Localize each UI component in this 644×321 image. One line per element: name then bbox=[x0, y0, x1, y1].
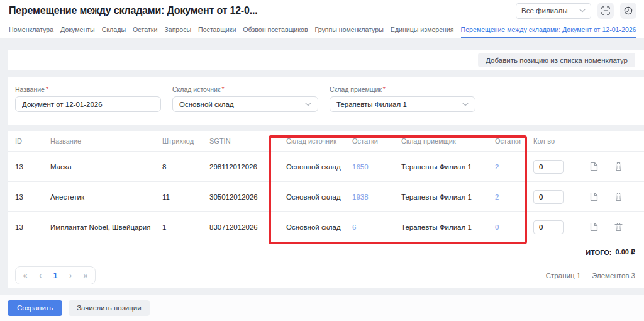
source-stock-link[interactable]: 6 bbox=[352, 223, 356, 231]
cell-target: Терапевты Филиал 1 bbox=[401, 223, 495, 231]
source-stock-link[interactable]: 1650 bbox=[352, 163, 369, 171]
required-mark: * bbox=[221, 86, 224, 93]
toolbar: Добавить позицию из списка номенклатур bbox=[8, 50, 644, 70]
tab-nomenclature[interactable]: Номенклатура bbox=[9, 21, 53, 38]
branch-filter-value: Все филиалы bbox=[521, 7, 567, 14]
page-number-button[interactable]: 1 bbox=[48, 267, 63, 284]
first-page-button[interactable]: « bbox=[18, 267, 33, 284]
header-controls: Все филиалы bbox=[516, 3, 636, 19]
pagination: « ‹ 1 › » Страниц 1 Элементов 3 bbox=[8, 262, 644, 288]
cell-name: Маска bbox=[50, 163, 162, 171]
tab-suppliers[interactable]: Поставщики bbox=[198, 21, 236, 38]
col-source: Склад источник bbox=[286, 137, 352, 145]
field-source-warehouse: Склад источник* Основной склад bbox=[172, 86, 318, 125]
app-header: Перемещение между складами: Документ от … bbox=[0, 0, 644, 21]
copy-row-button[interactable] bbox=[590, 222, 598, 232]
footer-actions: Сохранить Зачислить позиции bbox=[0, 295, 644, 321]
col-sgtin: SGTIN bbox=[209, 137, 286, 145]
qty-input[interactable] bbox=[533, 220, 564, 234]
document-name-input[interactable] bbox=[15, 96, 161, 112]
delete-row-button[interactable] bbox=[614, 222, 623, 232]
col-name: Название bbox=[50, 137, 162, 145]
copy-row-button[interactable] bbox=[590, 192, 598, 201]
document-form: Название* Склад источник* Основной склад… bbox=[8, 77, 644, 125]
col-target: Склад приемщик bbox=[401, 137, 495, 145]
target-warehouse-value: Терапевты Филиал 1 bbox=[336, 101, 407, 108]
cell-source: Основной склад bbox=[286, 163, 352, 171]
col-source-stock: Остатки bbox=[352, 137, 401, 145]
items-summary: Элементов 3 bbox=[592, 272, 635, 279]
cell-source: Основной склад bbox=[286, 193, 352, 201]
source-warehouse-value: Основной склад bbox=[179, 101, 234, 108]
page-info: Страниц 1 Элементов 3 bbox=[546, 272, 635, 279]
table-row: 13 Имплантат Nobel, Швейцария 1 83071201… bbox=[8, 212, 644, 242]
col-target-stock: Остатки bbox=[495, 137, 533, 145]
col-qty: Кол-во bbox=[533, 137, 585, 145]
next-page-button[interactable]: › bbox=[63, 267, 78, 284]
document-icon bbox=[590, 162, 598, 171]
prev-page-button[interactable]: ‹ bbox=[33, 267, 48, 284]
total-value: 0.00 ₽ bbox=[616, 248, 635, 256]
tab-bar: Номенклатура Документы Склады Остатки За… bbox=[0, 21, 644, 38]
chevron-down-icon bbox=[305, 103, 311, 106]
qty-input[interactable] bbox=[533, 190, 564, 204]
tab-stock[interactable]: Остатки bbox=[133, 21, 157, 38]
col-barcode: Штрихкод bbox=[162, 137, 209, 145]
cell-target: Терапевты Филиал 1 bbox=[401, 163, 495, 171]
source-stock-link[interactable]: 1938 bbox=[352, 193, 369, 201]
cell-barcode: 11 bbox=[162, 193, 209, 201]
cell-barcode: 8 bbox=[162, 163, 209, 171]
cell-barcode: 1 bbox=[162, 223, 209, 231]
field-target-warehouse: Склад приемщик* Терапевты Филиал 1 bbox=[330, 86, 475, 125]
table-row: 13 Маска 8 298112012026 Основной склад 1… bbox=[8, 152, 644, 182]
cell-sgtin: 298112012026 bbox=[209, 163, 286, 171]
chevron-down-icon bbox=[579, 9, 586, 13]
delete-row-button[interactable] bbox=[614, 162, 623, 171]
table-header-row: ID Название Штрихкод SGTIN Склад источни… bbox=[8, 131, 644, 152]
copy-row-button[interactable] bbox=[590, 162, 598, 171]
branch-filter-select[interactable]: Все филиалы bbox=[516, 3, 591, 19]
total-row: ИТОГО: 0.00 ₽ bbox=[8, 242, 644, 262]
tab-nomenclature-groups[interactable]: Группы номенклатуры bbox=[315, 21, 384, 38]
field-source-label: Склад источник* bbox=[172, 86, 318, 93]
cell-name: Анестетик bbox=[50, 193, 162, 201]
cell-target: Терапевты Филиал 1 bbox=[401, 193, 495, 201]
tab-transfer-document-active[interactable]: Перемещение между складами: Документ от … bbox=[461, 21, 636, 38]
pages-summary: Страниц 1 bbox=[546, 272, 580, 279]
target-stock-link[interactable]: 0 bbox=[495, 223, 499, 231]
cell-id: 13 bbox=[15, 163, 50, 171]
page-title: Перемещение между складами: Документ от … bbox=[9, 5, 516, 16]
qty-input[interactable] bbox=[533, 160, 564, 174]
delete-row-button[interactable] bbox=[614, 192, 623, 201]
trash-icon bbox=[614, 192, 623, 201]
target-warehouse-select[interactable]: Терапевты Филиал 1 bbox=[330, 96, 475, 112]
cell-id: 13 bbox=[15, 223, 50, 231]
required-mark: * bbox=[46, 86, 48, 93]
cell-sgtin: 305012012026 bbox=[209, 193, 286, 201]
field-name: Название* bbox=[15, 86, 161, 125]
tab-requests[interactable]: Запросы bbox=[164, 21, 191, 38]
tab-units[interactable]: Единицы измерения bbox=[391, 21, 454, 38]
history-button[interactable] bbox=[620, 3, 636, 19]
document-icon bbox=[590, 222, 598, 232]
add-position-button[interactable]: Добавить позицию из списка номенклатур bbox=[478, 53, 635, 67]
required-mark: * bbox=[383, 86, 386, 93]
last-page-button[interactable]: » bbox=[78, 267, 93, 284]
target-stock-link[interactable]: 2 bbox=[495, 163, 499, 171]
tab-warehouses[interactable]: Склады bbox=[102, 21, 126, 38]
tab-documents[interactable]: Документы bbox=[60, 21, 95, 38]
field-name-label: Название* bbox=[15, 86, 161, 93]
target-stock-link[interactable]: 2 bbox=[495, 193, 499, 201]
trash-icon bbox=[614, 162, 623, 171]
total-label: ИТОГО: bbox=[586, 249, 611, 256]
credit-positions-button[interactable]: Зачислить позиции bbox=[69, 300, 149, 316]
field-target-label: Склад приемщик* bbox=[330, 86, 475, 93]
trash-icon bbox=[614, 222, 623, 232]
positions-table: ID Название Штрихкод SGTIN Склад источни… bbox=[8, 131, 644, 288]
source-warehouse-select[interactable]: Основной склад bbox=[172, 96, 318, 112]
scan-button[interactable] bbox=[597, 3, 614, 19]
cell-sgtin: 830712012026 bbox=[209, 223, 286, 231]
save-button[interactable]: Сохранить bbox=[8, 300, 62, 316]
cell-id: 13 bbox=[15, 193, 50, 201]
tab-supplier-calls[interactable]: Обзвон поставщиков bbox=[243, 21, 308, 38]
